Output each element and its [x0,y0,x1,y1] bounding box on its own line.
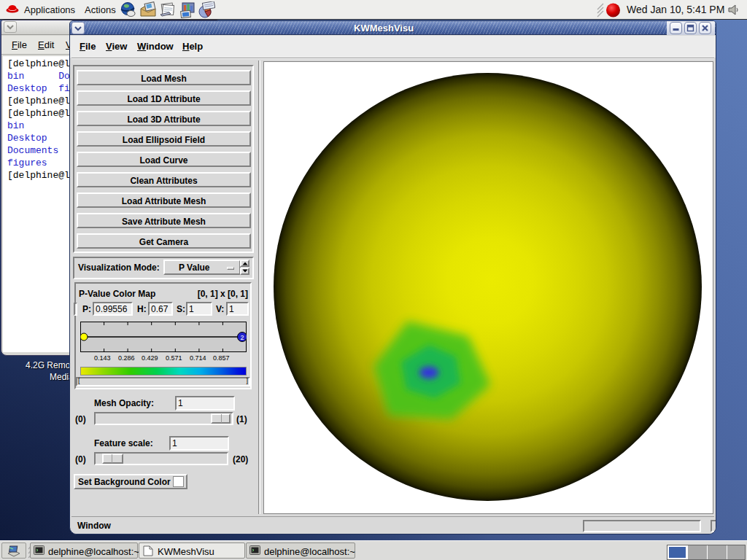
svg-text:2: 2 [240,334,244,341]
